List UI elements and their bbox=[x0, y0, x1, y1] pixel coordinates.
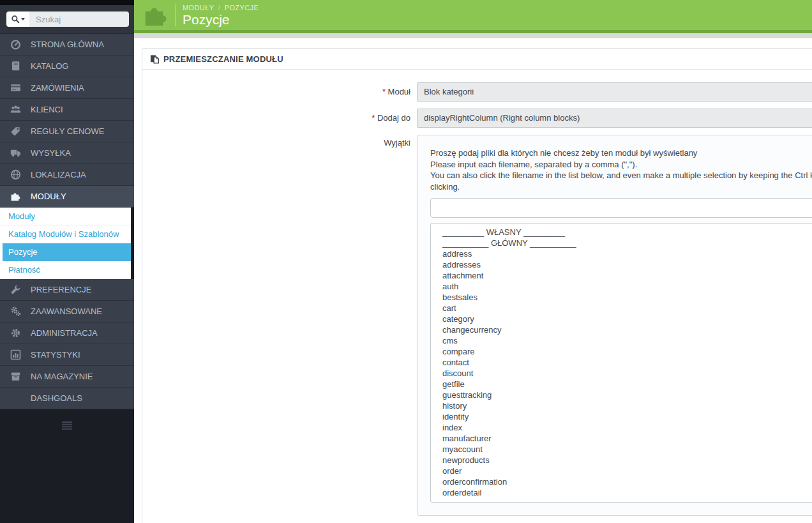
sidebar-item-klienci[interactable]: KLIENCI bbox=[0, 99, 134, 121]
sidebar-submenu: ModułyKatalog Modułów i SzablonówPozycje… bbox=[0, 208, 131, 279]
sidebar-item-strona-glowna[interactable]: STRONA GŁÓWNA bbox=[0, 34, 134, 56]
exception-option[interactable]: bestsales bbox=[442, 292, 812, 303]
hook-label: * Dodaj do bbox=[142, 109, 410, 128]
search-bar bbox=[0, 5, 134, 34]
caret-down-icon bbox=[21, 18, 25, 20]
price-tag-icon bbox=[9, 126, 22, 137]
exceptions-label: Wyjątki bbox=[142, 135, 410, 516]
exception-option[interactable]: _________ WŁASNY _________ bbox=[442, 227, 812, 238]
search-icon bbox=[11, 15, 20, 24]
submenu-item-katalog-modulow[interactable]: Katalog Modułów i Szablonów bbox=[0, 225, 131, 243]
puzzle-icon bbox=[142, 3, 170, 28]
module-select[interactable]: Blok kategorii bbox=[417, 82, 812, 102]
sidebar-item-label: LOKALIZACJA bbox=[31, 170, 86, 179]
sidebar-footer bbox=[0, 409, 134, 430]
exception-option[interactable]: category bbox=[442, 314, 812, 324]
exception-option[interactable]: addresses bbox=[442, 259, 812, 270]
exception-option[interactable]: index bbox=[442, 422, 812, 433]
exceptions-label-text: Wyjątki bbox=[384, 138, 410, 148]
no-icon bbox=[9, 393, 22, 404]
collapse-menu-icon[interactable] bbox=[62, 421, 72, 430]
customers-icon bbox=[9, 104, 22, 115]
exception-option[interactable]: history bbox=[442, 400, 812, 411]
panel-heading: PRZEMIESZCZANIE MODUŁU bbox=[142, 49, 812, 70]
exception-option[interactable]: manufacturer bbox=[442, 433, 812, 444]
exception-option[interactable]: newproducts bbox=[442, 455, 812, 466]
stock-box-icon bbox=[9, 371, 22, 382]
breadcrumb-separator: / bbox=[218, 4, 220, 11]
exception-option[interactable]: changecurrency bbox=[442, 324, 812, 335]
exception-option[interactable]: getfile bbox=[442, 379, 812, 390]
exception-option[interactable]: guesttracking bbox=[442, 390, 812, 400]
sidebar-item-label: ZAMÓWIENIA bbox=[31, 83, 84, 93]
sidebar-item-label: ZAAWANSOWANE bbox=[31, 307, 102, 316]
gauge-icon bbox=[9, 39, 22, 50]
search-button[interactable] bbox=[6, 11, 29, 27]
sidebar-item-statystyki[interactable]: STATYSTYKI bbox=[0, 344, 134, 366]
hook-label-text: Dodaj do bbox=[377, 113, 410, 123]
sidebar-item-label: PREFERENCJE bbox=[31, 285, 91, 294]
search-input[interactable] bbox=[29, 11, 129, 27]
sidebar-item-label: STRONA GŁÓWNA bbox=[31, 40, 104, 49]
exception-option[interactable]: attachment bbox=[442, 270, 812, 281]
exception-option[interactable]: auth bbox=[442, 281, 812, 292]
sidebar-item-reguly-cenowe[interactable]: REGUŁY CENOWE bbox=[0, 121, 134, 142]
sidebar-item-label: REGUŁY CENOWE bbox=[31, 126, 104, 136]
move-module-form: * Moduł Blok kategorii * Dodaj do bbox=[142, 70, 812, 516]
search-box bbox=[6, 11, 129, 27]
exception-option[interactable]: __________ GŁÓWNY __________ bbox=[442, 238, 812, 248]
exceptions-panel: Proszę podaj pliki dla których nie chces… bbox=[417, 135, 812, 516]
exception-option[interactable]: discount bbox=[442, 368, 812, 379]
breadcrumb-parent[interactable]: MODUŁY bbox=[183, 4, 214, 11]
sidebar-item-preferencje[interactable]: PREFERENCJE bbox=[0, 279, 134, 301]
hook-select[interactable]: displayRightColumn (Right column blocks) bbox=[417, 109, 812, 128]
hook-field: displayRightColumn (Right column blocks) bbox=[417, 109, 812, 128]
sidebar-item-administracja[interactable]: ADMINISTRACJA bbox=[0, 322, 134, 344]
gear-icon bbox=[9, 328, 22, 338]
exception-option[interactable]: compare bbox=[442, 346, 812, 357]
breadcrumb-current: POZYCJE bbox=[225, 4, 259, 11]
submenu-item-platnosc[interactable]: Płatność bbox=[0, 261, 131, 279]
exceptions-field: Proszę podaj pliki dla których nie chces… bbox=[417, 135, 812, 516]
exception-option[interactable]: cart bbox=[442, 303, 812, 314]
module-row: * Moduł Blok kategorii bbox=[142, 82, 812, 102]
exception-option[interactable]: cms bbox=[442, 335, 812, 346]
truck-icon bbox=[9, 148, 22, 158]
sidebar-item-label: NA MAGAZYNIE bbox=[31, 372, 93, 381]
exception-option[interactable]: orderdetail bbox=[442, 487, 812, 498]
exception-option[interactable]: orderconfirmation bbox=[442, 476, 812, 487]
page-title: Pozycje bbox=[183, 12, 259, 27]
main-area: MODUŁY / POZYCJE Pozycje PRZEMIESZCZANIE… bbox=[134, 0, 812, 523]
submenu-item-moduly[interactable]: Moduły bbox=[0, 208, 131, 225]
book-icon bbox=[9, 61, 22, 72]
globe-icon bbox=[9, 169, 22, 180]
exception-option[interactable]: identity bbox=[442, 411, 812, 422]
required-asterisk: * bbox=[382, 87, 386, 96]
exceptions-instructions: Proszę podaj pliki dla których nie chces… bbox=[430, 148, 812, 192]
exceptions-input[interactable] bbox=[430, 198, 812, 218]
sidebar-item-katalog[interactable]: KATALOG bbox=[0, 56, 134, 77]
exception-option[interactable]: order bbox=[442, 466, 812, 476]
exception-option[interactable]: address bbox=[442, 248, 812, 259]
sidebar-item-label: WYSYŁKA bbox=[31, 148, 71, 158]
sidebar-item-lokalizacja[interactable]: LOKALIZACJA bbox=[0, 164, 134, 186]
sidebar-item-label: KATALOG bbox=[31, 61, 68, 71]
sidebar-item-na-magazynie[interactable]: NA MAGAZYNIE bbox=[0, 366, 134, 388]
instruction-line: You can also click the filename in the l… bbox=[430, 170, 812, 181]
exception-option[interactable]: myaccount bbox=[442, 444, 812, 455]
sidebar-item-zamowienia[interactable]: ZAMÓWIENIA bbox=[0, 77, 134, 99]
page-header: MODUŁY / POZYCJE Pozycje bbox=[134, 0, 812, 30]
hook-row: * Dodaj do displayRightColumn (Right col… bbox=[142, 109, 812, 128]
puzzle-icon bbox=[9, 191, 22, 202]
wrench-icon bbox=[9, 284, 22, 295]
submenu-item-pozycje[interactable]: Pozycje bbox=[3, 243, 131, 261]
exception-option[interactable]: contact bbox=[442, 357, 812, 368]
sidebar-item-label: ADMINISTRACJA bbox=[31, 328, 98, 338]
sidebar-item-wysylka[interactable]: WYSYŁKA bbox=[0, 142, 134, 164]
app-root: STRONA GŁÓWNAKATALOGZAMÓWIENIAKLIENCIREG… bbox=[0, 0, 812, 523]
exceptions-listbox[interactable]: _________ WŁASNY ___________________ GŁÓ… bbox=[430, 223, 812, 503]
instruction-line: Proszę podaj pliki dla których nie chces… bbox=[430, 148, 812, 159]
sidebar-item-moduly[interactable]: MODUŁY bbox=[0, 186, 134, 208]
sidebar-item-dashgoals[interactable]: DASHGOALS bbox=[0, 388, 134, 409]
sidebar-item-zaawansowane[interactable]: ZAAWANSOWANE bbox=[0, 301, 134, 322]
